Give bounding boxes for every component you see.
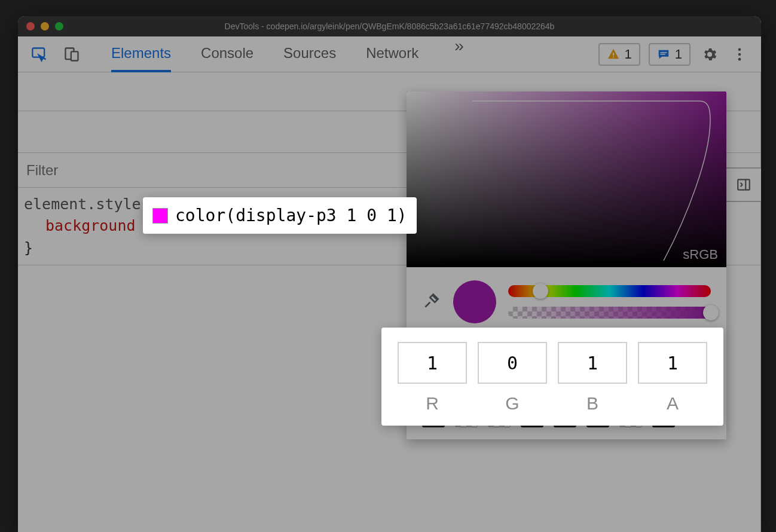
svg-rect-5 — [660, 52, 667, 53]
css-value-swatch[interactable] — [152, 208, 168, 224]
window-titlebar: DevTools - codepen.io/argyleink/pen/QWBg… — [18, 16, 761, 36]
warnings-badge[interactable]: 1 — [598, 43, 640, 66]
rgba-label-b: B — [586, 393, 598, 414]
tab-console[interactable]: Console — [201, 36, 253, 72]
svg-rect-3 — [613, 53, 614, 56]
rgba-label-r: R — [426, 393, 439, 414]
rgba-input-b[interactable] — [558, 342, 627, 384]
messages-count: 1 — [675, 47, 682, 62]
gamut-label: sRGB — [683, 247, 718, 262]
traffic-lights — [26, 22, 63, 30]
devtools-tabs: Elements Console Sources Network » — [111, 36, 470, 72]
rgba-input-r[interactable] — [398, 342, 467, 384]
gamut-boundary — [472, 96, 711, 264]
devtools-toolbar: Elements Console Sources Network » 1 1 — [18, 36, 761, 72]
inspect-element-icon[interactable] — [29, 44, 50, 65]
alpha-slider[interactable] — [508, 307, 711, 319]
color-field[interactable]: sRGB — [407, 91, 726, 267]
svg-point-8 — [738, 53, 741, 56]
message-icon — [657, 48, 670, 61]
device-toggle-icon[interactable] — [61, 44, 83, 65]
rgba-field-r: R — [398, 342, 467, 414]
window-title: DevTools - codepen.io/argyleink/pen/QWBg… — [18, 22, 761, 31]
rgba-inputs-popup: RGBA — [381, 328, 723, 426]
window-close-button[interactable] — [26, 22, 35, 30]
rgba-label-a: A — [667, 393, 679, 414]
hue-slider[interactable] — [508, 285, 711, 297]
svg-rect-10 — [738, 179, 750, 189]
tab-elements[interactable]: Elements — [111, 36, 171, 72]
svg-rect-2 — [71, 51, 78, 60]
svg-point-9 — [738, 57, 741, 60]
settings-icon[interactable] — [699, 44, 720, 65]
rgba-label-g: G — [505, 393, 519, 414]
messages-badge[interactable]: 1 — [649, 43, 691, 66]
rgba-input-g[interactable] — [478, 342, 547, 384]
css-property-name: background — [45, 217, 136, 234]
warnings-count: 1 — [625, 47, 632, 62]
css-value-popup: color(display-p3 1 0 1) — [143, 197, 417, 234]
toolbar-right: 1 1 — [598, 43, 751, 66]
window-maximize-button[interactable] — [55, 22, 63, 30]
more-menu-icon[interactable] — [729, 44, 750, 65]
rgba-field-b: B — [558, 342, 627, 414]
rgba-field-g: G — [478, 342, 547, 414]
rgba-input-a[interactable] — [638, 342, 707, 384]
warning-icon — [607, 48, 620, 61]
tabs-overflow-icon[interactable]: » — [448, 36, 470, 72]
selected-color-preview — [453, 280, 496, 323]
eyedropper-icon[interactable] — [422, 291, 441, 313]
svg-rect-4 — [613, 56, 614, 57]
hue-thumb[interactable] — [533, 283, 548, 299]
svg-rect-6 — [660, 54, 665, 54]
svg-point-7 — [738, 48, 741, 51]
sidebar-collapse-icon[interactable] — [725, 167, 761, 202]
window-minimize-button[interactable] — [41, 22, 49, 30]
rgba-field-a: A — [638, 342, 707, 414]
alpha-thumb[interactable] — [703, 305, 719, 320]
css-value-text[interactable]: color(display-p3 1 0 1) — [175, 206, 407, 225]
tab-sources[interactable]: Sources — [283, 36, 336, 72]
tab-network[interactable]: Network — [366, 36, 418, 72]
